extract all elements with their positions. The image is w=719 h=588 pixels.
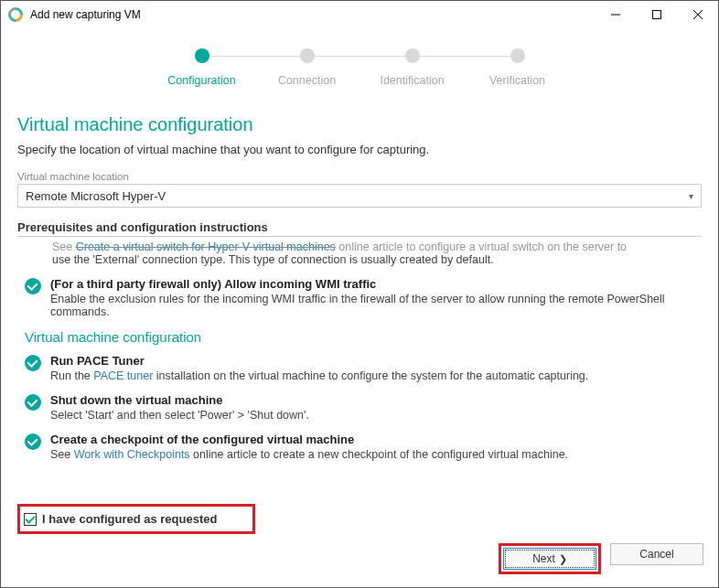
- footer: Next❯ Cancel: [1, 534, 718, 587]
- content-area: Virtual machine configuration Specify th…: [1, 94, 718, 534]
- clipped-prev-item: See Create a virtual switch for Hyper-V …: [19, 241, 680, 266]
- item-firewall: (For a third party firewall only) Allow …: [19, 277, 680, 318]
- confirm-checkbox[interactable]: [24, 513, 37, 526]
- svg-rect-1: [652, 11, 660, 19]
- item-shutdown: Shut down the virtual machine Select 'St…: [19, 393, 680, 422]
- close-button[interactable]: [677, 1, 718, 28]
- pace-tuner-link[interactable]: PACE tuner: [93, 369, 153, 382]
- step-identification[interactable]: Identification: [360, 48, 465, 87]
- step-dot-icon: [300, 48, 315, 63]
- vm-location-label: Virtual machine location: [17, 171, 702, 182]
- minimize-button[interactable]: [595, 1, 636, 28]
- item-checkpoint: Create a checkpoint of the configured vi…: [19, 433, 680, 461]
- titlebar: Add new capturing VM: [1, 1, 718, 28]
- next-button[interactable]: Next❯: [503, 548, 596, 570]
- item-title: Run PACE Tuner: [50, 354, 680, 368]
- vm-location-select[interactable]: Remote Microsoft Hyper-V ▾: [17, 184, 702, 208]
- cancel-button[interactable]: Cancel: [610, 543, 703, 565]
- item-title: Shut down the virtual machine: [50, 393, 680, 407]
- stepper: Configuration Connection Identification …: [1, 28, 718, 94]
- item-desc: Run the PACE tuner installation on the v…: [50, 369, 680, 382]
- check-icon: [25, 394, 41, 411]
- step-connection[interactable]: Connection: [254, 48, 360, 87]
- page-subheading: Specify the location of virtual machine …: [17, 143, 702, 156]
- step-dot-icon: [195, 48, 209, 63]
- item-title: Create a checkpoint of the configured vi…: [50, 433, 680, 446]
- vm-config-section-heading: Virtual machine configuration: [25, 329, 680, 345]
- item-desc: Select 'Start' and then select 'Power' >…: [50, 409, 680, 422]
- step-dot-icon: [510, 48, 525, 63]
- app-icon: [5, 5, 27, 26]
- maximize-button[interactable]: [636, 1, 677, 28]
- check-icon: [25, 278, 41, 294]
- instructions-scroll[interactable]: See Create a virtual switch for Hyper-V …: [17, 236, 702, 500]
- item-run-pace: Run PACE Tuner Run the PACE tuner instal…: [19, 354, 680, 382]
- confirm-label: I have configured as requested: [42, 512, 217, 526]
- item-title: (For a third party firewall only) Allow …: [50, 277, 680, 291]
- confirm-checkbox-row[interactable]: I have configured as requested: [17, 504, 255, 534]
- check-icon: [25, 355, 41, 371]
- checkpoints-link[interactable]: Work with Checkpoints: [74, 448, 190, 461]
- step-verification[interactable]: Verification: [465, 48, 570, 87]
- vm-location-value: Remote Microsoft Hyper-V: [26, 189, 166, 203]
- chevron-down-icon: ▾: [689, 191, 693, 201]
- item-desc: Enable the exclusion rules for the incom…: [50, 293, 680, 318]
- window-title: Add new capturing VM: [30, 8, 595, 21]
- prereq-label: Prerequisites and configuration instruct…: [17, 220, 702, 234]
- item-desc: See Work with Checkpoints online article…: [50, 448, 680, 461]
- step-configuration[interactable]: Configuration: [149, 48, 254, 87]
- step-dot-icon: [405, 48, 420, 63]
- chevron-right-icon: ❯: [559, 553, 567, 565]
- page-heading: Virtual machine configuration: [17, 114, 702, 135]
- check-icon: [25, 433, 41, 450]
- next-button-highlight: Next❯: [499, 543, 601, 574]
